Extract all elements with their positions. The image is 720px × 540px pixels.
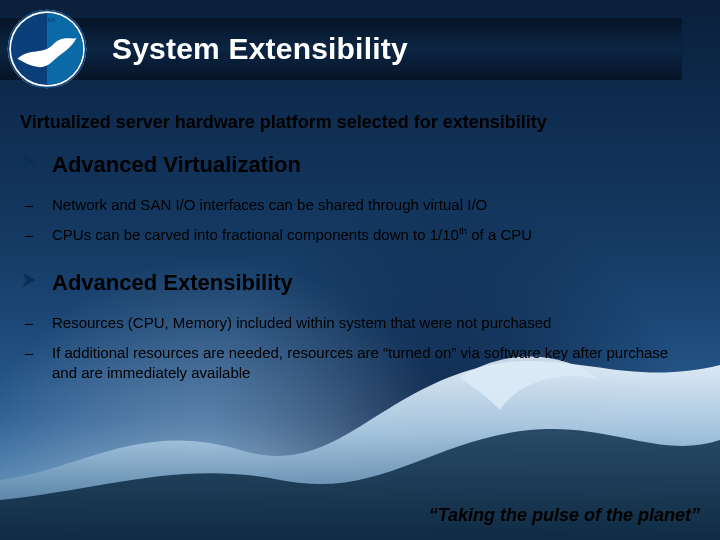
tagline: “Taking the pulse of the planet” (429, 505, 700, 526)
slide-body: Virtualized server hardware platform sel… (20, 112, 690, 393)
bullet-row: – CPUs can be carved into fractional com… (20, 225, 690, 245)
section-heading: Advanced Virtualization (52, 151, 301, 179)
arrow-bullet-icon (20, 271, 38, 289)
noaa-logo: NOAA (6, 8, 88, 90)
slide: NOAA System Extensibility Virtualized se… (0, 0, 720, 540)
title-bar: System Extensibility (0, 18, 682, 80)
bullet-text-span: CPUs can be carved into fractional compo… (52, 226, 532, 243)
dash-bullet-icon: – (20, 225, 38, 245)
bullet-text: CPUs can be carved into fractional compo… (52, 225, 532, 245)
dash-bullet-icon: – (20, 343, 38, 363)
bullet-row: – Resources (CPU, Memory) included withi… (20, 313, 690, 333)
dash-bullet-icon: – (20, 195, 38, 215)
section-row: Advanced Extensibility (20, 269, 690, 297)
slide-title: System Extensibility (112, 32, 408, 66)
dash-bullet-icon: – (20, 313, 38, 333)
bullet-text: If additional resources are needed, reso… (52, 343, 690, 384)
bullet-row: – Network and SAN I/O interfaces can be … (20, 195, 690, 215)
slide-subtitle: Virtualized server hardware platform sel… (20, 112, 690, 133)
section-row: Advanced Virtualization (20, 151, 690, 179)
logo-text: NOAA (39, 17, 56, 23)
bullet-row: – If additional resources are needed, re… (20, 343, 690, 384)
arrow-bullet-icon (20, 153, 38, 171)
bullet-text: Resources (CPU, Memory) included within … (52, 313, 551, 333)
bullet-text: Network and SAN I/O interfaces can be sh… (52, 195, 487, 215)
section-heading: Advanced Extensibility (52, 269, 293, 297)
